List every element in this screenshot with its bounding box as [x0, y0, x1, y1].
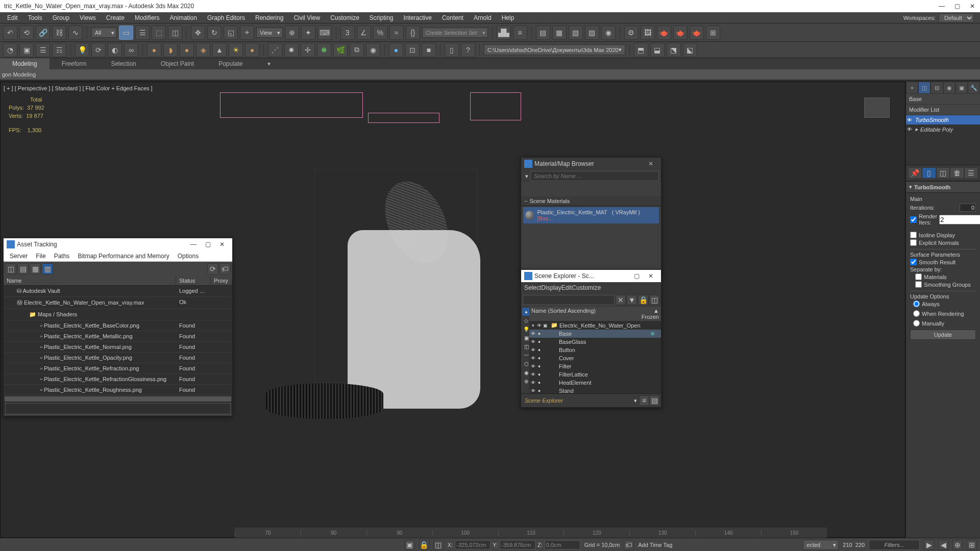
menu-create[interactable]: Create — [101, 13, 130, 23]
project-path-dropdown[interactable]: C:\Users\dshsd\OneDrive\Документы\3ds Ma… — [484, 44, 625, 55]
select-object-icon[interactable]: ▭ — [119, 26, 133, 40]
nav-icon-3[interactable]: ⊕ — [952, 540, 963, 550]
asset-tb-tag[interactable]: 🏷 — [219, 263, 231, 274]
render-icon[interactable]: 🫖 — [657, 26, 671, 40]
asset-menu-options[interactable]: Options — [174, 252, 203, 261]
asset-row[interactable]: ▫ Plastic_Electric_Kettle_Opacity.pngFou… — [4, 353, 232, 363]
tb2-icon-25[interactable]: ■ — [422, 43, 436, 57]
tb2-icon-15[interactable]: ● — [245, 43, 259, 57]
tb2-icon-18[interactable]: ✢ — [301, 43, 315, 57]
asset-tb-3[interactable]: ▦ — [30, 263, 41, 274]
tb2-icon-21[interactable]: ⧉ — [350, 43, 364, 57]
tb2-icon-7[interactable]: ◐ — [108, 43, 122, 57]
material-browser-panel[interactable]: Material/Map Browser ✕ ▾ Scene Materials… — [521, 157, 662, 276]
render-setup-icon[interactable]: ⚙ — [624, 26, 639, 40]
manipulate-icon[interactable]: ✦ — [301, 26, 315, 40]
se-item-heatelement[interactable]: 👁●HeatElement — [529, 379, 661, 387]
maximize-icon[interactable]: ▢ — [953, 3, 961, 10]
create-tab-icon[interactable]: + — [906, 82, 918, 94]
se-close-icon[interactable]: ✕ — [644, 272, 658, 280]
pivot-icon[interactable]: ⊕ — [285, 26, 299, 40]
tb2-icon-11[interactable]: ● — [180, 43, 194, 57]
scale-icon[interactable]: ◱ — [224, 26, 238, 40]
material-editor-icon[interactable]: ◉ — [601, 26, 616, 40]
time-tag-icon[interactable]: 🏷 — [624, 540, 634, 550]
render-iters-checkbox[interactable] — [910, 216, 917, 223]
material-close-icon[interactable]: ✕ — [644, 160, 658, 167]
edit-selection-icon[interactable]: {} — [406, 26, 420, 40]
se-clear-icon[interactable]: ✕ — [616, 295, 626, 305]
nav-icon-2[interactable]: ◀ — [938, 540, 948, 550]
asset-menu-paths[interactable]: Paths — [50, 252, 74, 261]
bind-icon[interactable]: ∿ — [68, 26, 83, 40]
se-item-filterlattice[interactable]: 👁●FilterLattice — [529, 370, 661, 379]
pin-stack-icon[interactable]: 📌 — [908, 167, 922, 179]
asset-row[interactable]: 📁 Maps / Shaders — [4, 309, 232, 320]
nav-icon-1[interactable]: ▶ — [924, 540, 934, 550]
align-icon[interactable]: ≡ — [513, 26, 527, 40]
tb2-icon-2[interactable]: ▣ — [19, 43, 34, 57]
add-time-tag[interactable]: Add Time Tag — [638, 542, 672, 548]
render-iters-spinner[interactable] — [939, 215, 980, 224]
se-item-cover[interactable]: 👁●Cover — [529, 354, 661, 362]
menu-modifiers[interactable]: Modifiers — [130, 13, 165, 23]
viewcube[interactable] — [864, 97, 890, 118]
selection-lock-dropdown[interactable]: ected — [803, 540, 839, 550]
modifier-stack[interactable]: TurboSmooth ▸ Editable Poly — [906, 115, 980, 165]
asset-tracking-panel[interactable]: Asset Tracking — ▢ ✕ Server File Paths B… — [3, 238, 233, 416]
viewport-label[interactable]: [ + ] [ Perspective ] [ Standard ] [ Fla… — [4, 85, 153, 91]
scene-materials-section[interactable]: Scene Materials — [521, 196, 661, 206]
se-col-name[interactable]: Name (Sorted Ascending) — [529, 307, 635, 321]
tb2-icon-22[interactable]: ◉ — [366, 43, 380, 57]
update-always-radio[interactable] — [913, 300, 920, 307]
angle-snap-icon[interactable]: ∠ — [357, 26, 371, 40]
asset-col-name[interactable]: Name — [4, 276, 176, 285]
update-rendering-radio[interactable] — [913, 310, 920, 317]
menu-views[interactable]: Views — [75, 13, 101, 23]
hierarchy-tab-icon[interactable]: ⊟ — [930, 82, 943, 94]
menu-graph-editors[interactable]: Graph Editors — [202, 13, 250, 23]
ribbon-subpanel[interactable]: gon Modeling — [0, 69, 980, 80]
se-footer-icon-2[interactable]: ▤ — [649, 395, 659, 406]
timeline[interactable]: 70 80 90 100 110 120 130 140 150 — [235, 528, 827, 538]
tb2-icon-19[interactable]: ❋ — [317, 43, 331, 57]
isoline-checkbox[interactable] — [910, 232, 917, 238]
remove-modifier-icon[interactable]: 🗑 — [950, 167, 964, 179]
tb2-icon-12[interactable]: ◈ — [196, 43, 210, 57]
window-crossing-icon[interactable]: ◫ — [168, 26, 182, 40]
configure-sets-icon[interactable]: ☰ — [964, 167, 978, 179]
ribbon-tab-modeling[interactable]: Modeling — [0, 58, 50, 69]
material-item[interactable]: Plastic_Electric_Kettle_MAT ( VRayMtl ) … — [523, 207, 659, 223]
ribbon-tab-populate[interactable]: Populate — [206, 58, 255, 69]
tb2-icon-1[interactable]: ◔ — [3, 43, 17, 57]
select-by-name-icon[interactable]: ☰ — [135, 26, 150, 40]
ref-coord-dropdown[interactable]: View — [256, 28, 283, 38]
percent-snap-icon[interactable]: % — [373, 26, 387, 40]
scene-explorer-panel[interactable]: Scene Explorer - Sc... ▢ ✕ Select Displa… — [521, 269, 662, 408]
render-iterative-icon[interactable]: 🫖 — [673, 26, 688, 40]
tb2-icon-23[interactable]: ● — [389, 43, 403, 57]
modifier-list-dropdown[interactable]: Modifier List — [906, 105, 980, 115]
mirror-icon[interactable]: ▟▙ — [497, 26, 511, 40]
asset-menu-file[interactable]: File — [32, 252, 50, 261]
menu-content[interactable]: Content — [437, 13, 469, 23]
tb2-icon-28[interactable]: ⬓ — [650, 43, 665, 57]
se-filter-icon[interactable]: ▼ — [627, 295, 637, 305]
se-item-stand[interactable]: 👁●Stand — [529, 387, 661, 393]
menu-scripting[interactable]: Scripting — [364, 13, 399, 23]
smooth-result-checkbox[interactable] — [910, 259, 917, 265]
modifier-turbosmooth[interactable]: TurboSmooth — [906, 115, 980, 124]
light-icon[interactable]: 💡 — [75, 43, 89, 57]
materials-checkbox[interactable] — [915, 273, 922, 280]
menu-arnold[interactable]: Arnold — [469, 13, 497, 23]
asset-maximize-icon[interactable]: ▢ — [201, 241, 215, 248]
snap-3d-icon[interactable]: 3 — [340, 26, 355, 40]
menu-rendering[interactable]: Rendering — [250, 13, 288, 23]
menu-interactive[interactable]: Interactive — [399, 13, 437, 23]
selection-set-dropdown[interactable]: Create Selection Set — [422, 28, 488, 38]
schematic-view-icon[interactable]: ▨ — [585, 26, 599, 40]
tb2-icon-13[interactable]: ▲ — [212, 43, 227, 57]
tb2-icon-20[interactable]: 🌿 — [333, 43, 348, 57]
menu-customize[interactable]: Customize — [325, 13, 364, 23]
se-col-frozen[interactable]: ▲ Frozen — [635, 307, 661, 321]
